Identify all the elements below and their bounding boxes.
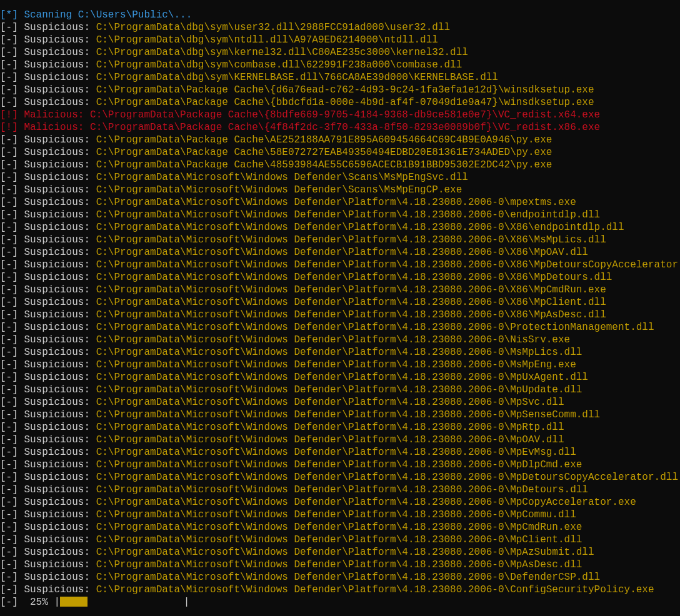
suspicious-line: [-] Suspicious: C:\ProgramData\Microsoft… xyxy=(0,484,680,496)
suspicious-line: [-] Suspicious: C:\ProgramData\Package C… xyxy=(0,159,680,171)
line-label: Suspicious: xyxy=(24,197,96,208)
line-prefix: [-] xyxy=(0,284,24,296)
progress-bar-fill xyxy=(60,597,88,607)
line-label: Suspicious: xyxy=(24,234,96,246)
line-path: C:\ProgramData\Microsoft\Windows Defende… xyxy=(96,434,564,445)
line-label: Suspicious: xyxy=(24,159,96,171)
progress-pct: [-] 25% xyxy=(0,597,48,608)
line-path: C:\ProgramData\Microsoft\Windows Defende… xyxy=(96,172,468,183)
suspicious-line: [-] Suspicious: C:\ProgramData\Microsoft… xyxy=(0,584,680,596)
line-prefix: [-] xyxy=(0,584,24,595)
line-path: C:\ProgramData\Microsoft\Windows Defende… xyxy=(96,309,606,320)
suspicious-line: [-] Suspicious: C:\ProgramData\Microsoft… xyxy=(0,384,680,396)
malicious-line: [!] Malicious: C:\ProgramData\Package Ca… xyxy=(0,121,680,134)
suspicious-line: [-] Suspicious: C:\ProgramData\Microsoft… xyxy=(0,434,680,446)
suspicious-line: [-] Suspicious: C:\ProgramData\Microsoft… xyxy=(0,421,680,434)
suspicious-line: [-] Suspicious: C:\ProgramData\Microsoft… xyxy=(0,534,680,546)
line-label: Suspicious: xyxy=(24,134,96,146)
line-path: C:\ProgramData\Microsoft\Windows Defende… xyxy=(96,209,601,221)
line-label: Suspicious: xyxy=(24,59,96,71)
line-prefix: [-] xyxy=(0,97,24,108)
line-label: Suspicious: xyxy=(24,222,96,233)
line-path: C:\ProgramData\Microsoft\Windows Defende… xyxy=(96,272,612,283)
line-prefix: [-] xyxy=(0,534,24,545)
line-label: Suspicious: xyxy=(24,547,96,558)
line-path: C:\ProgramData\Microsoft\Windows Defende… xyxy=(96,447,576,458)
suspicious-line: [-] Suspicious: C:\ProgramData\Microsoft… xyxy=(0,309,680,321)
line-path: C:\ProgramData\Microsoft\Windows Defende… xyxy=(96,247,588,258)
line-prefix: [-] xyxy=(0,22,24,33)
line-label: Suspicious: xyxy=(24,572,96,583)
line-label: Suspicious: xyxy=(24,309,96,320)
suspicious-line: [-] Suspicious: C:\ProgramData\dbg\sym\c… xyxy=(0,59,680,71)
scan-line: [*] Scanning C:\Users\Public\... xyxy=(0,9,680,21)
line-path: C:\ProgramData\Microsoft\Windows Defende… xyxy=(96,397,564,408)
line-prefix: [-] xyxy=(0,347,24,358)
line-path: C:\ProgramData\Microsoft\Windows Defende… xyxy=(96,184,462,196)
scan-text: Scanning C:\Users\Public\... xyxy=(24,9,192,21)
line-prefix: [-] xyxy=(0,247,24,258)
line-label: Suspicious: xyxy=(24,322,96,333)
line-path: C:\ProgramData\dbg\sym\user32.dll\2988FC… xyxy=(96,22,451,33)
suspicious-line: [-] Suspicious: C:\ProgramData\Microsoft… xyxy=(0,571,680,584)
line-prefix: [-] xyxy=(0,547,24,558)
line-label: Suspicious: xyxy=(24,459,96,470)
line-prefix: [-] xyxy=(0,559,24,570)
suspicious-line: [-] Suspicious: C:\ProgramData\Microsoft… xyxy=(0,546,680,559)
suspicious-line: [-] Suspicious: C:\ProgramData\Microsoft… xyxy=(0,359,680,371)
line-label: Suspicious: xyxy=(24,147,96,158)
line-prefix: [-] xyxy=(0,409,24,420)
line-prefix: [-] xyxy=(0,522,24,533)
line-label: Suspicious: xyxy=(24,22,96,33)
line-label: Suspicious: xyxy=(24,347,96,358)
line-prefix: [-] xyxy=(0,172,24,183)
line-path: C:\ProgramData\dbg\sym\kernel32.dll\C80A… xyxy=(96,47,468,58)
line-prefix: [-] xyxy=(0,384,24,395)
line-prefix: [-] xyxy=(0,84,24,96)
progress-bar-empty xyxy=(88,596,184,609)
line-label: Suspicious: xyxy=(24,209,96,221)
suspicious-line: [-] Suspicious: C:\ProgramData\Microsoft… xyxy=(0,284,680,296)
line-path: C:\ProgramData\Microsoft\Windows Defende… xyxy=(96,584,654,595)
line-prefix: [-] xyxy=(0,509,24,520)
line-label: Suspicious: xyxy=(24,47,96,58)
line-prefix: [-] xyxy=(0,422,24,433)
line-prefix: [-] xyxy=(0,297,24,308)
suspicious-line: [-] Suspicious: C:\ProgramData\Microsoft… xyxy=(0,321,680,334)
suspicious-line: [-] Suspicious: C:\ProgramData\Microsoft… xyxy=(0,296,680,309)
line-label: Suspicious: xyxy=(24,584,96,595)
line-prefix: [-] xyxy=(0,434,24,445)
suspicious-line: [-] Suspicious: C:\ProgramData\Microsoft… xyxy=(0,221,680,234)
suspicious-line: [-] Suspicious: C:\ProgramData\Microsoft… xyxy=(0,496,680,509)
progress-bar-open: | xyxy=(48,597,60,608)
line-path: C:\ProgramData\Microsoft\Windows Defende… xyxy=(96,522,582,533)
terminal-output[interactable]: [*] Scanning C:\Users\Public\...[-] Susp… xyxy=(0,0,680,609)
suspicious-line: [-] Suspicious: C:\ProgramData\dbg\sym\u… xyxy=(0,21,680,34)
line-path: C:\ProgramData\Microsoft\Windows Defende… xyxy=(96,347,582,358)
suspicious-line: [-] Suspicious: C:\ProgramData\Microsoft… xyxy=(0,409,680,421)
line-path: C:\ProgramData\Package Cache\58E072727EA… xyxy=(96,147,552,158)
line-label: Suspicious: xyxy=(24,559,96,570)
line-label: Suspicious: xyxy=(24,72,96,83)
line-prefix: [-] xyxy=(0,234,24,246)
line-path: C:\ProgramData\Microsoft\Windows Defende… xyxy=(96,484,588,495)
line-path: C:\ProgramData\Microsoft\Windows Defende… xyxy=(96,297,606,308)
line-path: C:\ProgramData\Microsoft\Windows Defende… xyxy=(96,509,576,520)
suspicious-line: [-] Suspicious: C:\ProgramData\Package C… xyxy=(0,96,680,109)
suspicious-line: [-] Suspicious: C:\ProgramData\Package C… xyxy=(0,84,680,96)
line-path: C:\ProgramData\Microsoft\Windows Defende… xyxy=(96,409,601,420)
line-path: C:\ProgramData\Microsoft\Windows Defende… xyxy=(96,472,678,483)
line-label: Suspicious: xyxy=(24,372,96,383)
line-label: Suspicious: xyxy=(24,84,96,96)
line-prefix: [-] xyxy=(0,359,24,370)
line-prefix: [-] xyxy=(0,72,24,83)
line-path: C:\ProgramData\Microsoft\Windows Defende… xyxy=(96,559,582,570)
line-prefix: [-] xyxy=(0,397,24,408)
line-prefix: [-] xyxy=(0,184,24,196)
suspicious-line: [-] Suspicious: C:\ProgramData\Microsoft… xyxy=(0,471,680,484)
line-path: C:\ProgramData\Microsoft\Windows Defende… xyxy=(96,459,582,470)
suspicious-line: [-] Suspicious: C:\ProgramData\Microsoft… xyxy=(0,371,680,384)
line-prefix: [-] xyxy=(0,372,24,383)
line-path: C:\ProgramData\Microsoft\Windows Defende… xyxy=(96,222,624,233)
line-label: Suspicious: xyxy=(24,509,96,520)
